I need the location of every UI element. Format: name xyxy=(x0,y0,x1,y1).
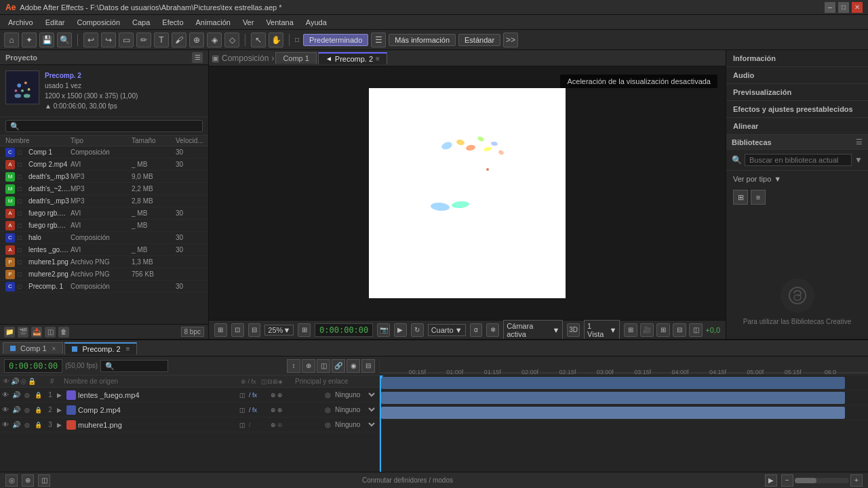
footer-zoom-in[interactable]: + xyxy=(850,474,863,487)
project-panel-menu[interactable]: ☰ xyxy=(192,52,203,63)
grid-btn[interactable]: ⊞ xyxy=(656,323,670,337)
comp-tab-precomp2[interactable]: ◄ Precomp. 2 ≡ xyxy=(318,52,387,64)
timeline-ctrl-3[interactable]: ◫ xyxy=(317,359,330,373)
render-btn[interactable]: ⊞ xyxy=(624,323,637,337)
layer-visibility-2[interactable]: 👁 xyxy=(0,418,11,432)
pen-tool[interactable]: ✏ xyxy=(136,33,151,47)
menu-capa[interactable]: Capa xyxy=(127,17,155,28)
file-item-8[interactable]: A □ lentes _go.mp4 AVI _ MB 30 xyxy=(0,244,208,256)
layer-sw1-0[interactable]: ⊕ xyxy=(271,392,276,399)
file-item-7[interactable]: C □ halo Composición 30 xyxy=(0,232,208,244)
file-item-11[interactable]: C □ Precomp. 1 Composición 30 xyxy=(0,281,208,293)
layer-row-1[interactable]: 👁 🔊 ◎ 🔒 2 ▶ Comp 2.mp4 ◫ / fx ⊕ ⊕ ◎ Ning… xyxy=(0,403,379,418)
timeline-zoom-slider[interactable] xyxy=(795,478,849,483)
list-view-button[interactable]: ≡ xyxy=(751,190,766,205)
menu-archivo[interactable]: Archivo xyxy=(3,17,39,28)
layer-audio-0[interactable]: 🔊 xyxy=(11,388,22,403)
alpha-button[interactable]: α xyxy=(470,323,483,337)
layer-audio-2[interactable]: 🔊 xyxy=(11,418,22,432)
bibliotecas-menu-icon[interactable]: ☰ xyxy=(856,138,863,146)
text-tool[interactable]: T xyxy=(154,33,169,47)
ver-por-tipo-button[interactable]: Ver por tipo ▼ xyxy=(726,172,868,186)
right-section-audio[interactable]: Audio xyxy=(726,67,868,84)
timeline-search-input[interactable] xyxy=(100,360,168,372)
views-select[interactable]: 1 Vista▼ xyxy=(584,320,620,340)
track-bar-1[interactable] xyxy=(381,392,845,404)
layer-sw1-1[interactable]: ⊕ xyxy=(271,407,276,413)
timeline-tab-precomp2-close[interactable]: ≡ xyxy=(126,345,130,352)
footer-btn-3[interactable]: ◫ xyxy=(38,474,50,487)
right-search-input[interactable] xyxy=(745,154,852,166)
maximize-button[interactable]: □ xyxy=(838,2,849,13)
snap-button[interactable]: ⊞ xyxy=(214,323,227,337)
layer-visibility-0[interactable]: 👁 xyxy=(0,388,11,403)
hand-tool[interactable]: ✋ xyxy=(269,33,283,47)
search-button[interactable]: 🔍 xyxy=(57,33,72,47)
timeline-ctrl-4[interactable]: 🔗 xyxy=(332,359,345,373)
layer-switch-1-1[interactable]: ◫ xyxy=(237,405,248,415)
timeline-ctrl-1[interactable]: ↕ xyxy=(287,359,300,373)
close-button[interactable]: ✕ xyxy=(852,2,863,13)
file-item-9[interactable]: P □ muhere1.png Archivo PNG 1,3 MB xyxy=(0,256,208,268)
loop-button[interactable]: ↻ xyxy=(411,323,424,337)
right-section-preview[interactable]: Previsualización xyxy=(726,84,868,101)
new-folder-button[interactable]: 📁 xyxy=(4,327,15,338)
menu-efecto[interactable]: Efecto xyxy=(157,17,189,28)
freeze-button[interactable]: ❄ xyxy=(486,323,499,337)
mode-select-1[interactable]: Ninguno Normal Multiplicar xyxy=(332,405,377,414)
menu-ayuda[interactable]: Ayuda xyxy=(300,17,332,28)
footer-zoom-out[interactable]: − xyxy=(781,474,793,487)
brush-tool[interactable]: 🖌 xyxy=(172,33,186,47)
file-item-3[interactable]: M □ death's_~2.mp3 MP3 2,2 MB xyxy=(0,183,208,195)
track-bar-0[interactable] xyxy=(381,377,845,389)
comp-tab-comp1[interactable]: Comp 1 xyxy=(275,52,317,64)
menu-animacion[interactable]: Animación xyxy=(191,17,236,28)
flowchart-button[interactable]: ◫ xyxy=(45,327,56,338)
fx-btn-1[interactable]: / fx xyxy=(249,407,257,413)
right-section-effects[interactable]: Efectos y ajustes preestablecidos xyxy=(726,101,868,118)
camera-icon[interactable]: 📷 xyxy=(377,323,390,337)
mode-select-0[interactable]: Ninguno Normal Multiplicar xyxy=(332,390,377,399)
layer-switch-1-2[interactable]: ◫ xyxy=(237,420,248,430)
layer-expand-1[interactable]: ▶ xyxy=(57,407,66,413)
layer-solo-2[interactable]: ◎ xyxy=(22,418,33,432)
arrow-tool[interactable]: ↖ xyxy=(251,33,266,47)
workspace-options-button[interactable]: ☰ xyxy=(371,33,386,47)
home-button[interactable]: ⌂ xyxy=(4,33,19,47)
play-button[interactable]: ▶ xyxy=(394,323,407,337)
import-button[interactable]: 📥 xyxy=(31,327,42,338)
3d-button[interactable]: 3D xyxy=(567,323,580,337)
layer-solo-1[interactable]: ◎ xyxy=(22,403,33,418)
delete-item-button[interactable]: 🗑 xyxy=(58,327,69,338)
layer-solo-0[interactable]: ◎ xyxy=(22,388,33,403)
fit-button[interactable]: ⊞ xyxy=(298,323,311,337)
file-item-5[interactable]: A □ fuego rgb.mp4 AVI _ MB 30 xyxy=(0,207,208,220)
rect-tool[interactable]: ▭ xyxy=(119,33,134,47)
right-section-align[interactable]: Alinear xyxy=(726,118,868,135)
layer-lock-1[interactable]: 🔒 xyxy=(33,403,43,418)
new-comp-button[interactable]: ✦ xyxy=(22,33,37,47)
file-item-0[interactable]: C □ Comp 1 Composición 30 xyxy=(0,146,208,159)
file-item-2[interactable]: M □ death's_.mp3 MP3 9,0 MB xyxy=(0,171,208,183)
expand-toolbar-button[interactable]: >> xyxy=(503,33,518,47)
right-section-info[interactable]: Información xyxy=(726,50,868,67)
timeline-tab-comp1-close[interactable]: × xyxy=(52,345,56,352)
menu-ver[interactable]: Ver xyxy=(237,17,260,28)
predeterminado-button[interactable]: Predeterminado xyxy=(303,34,368,46)
layer-expand-0[interactable]: ▶ xyxy=(57,392,66,399)
track-bar-2[interactable] xyxy=(381,407,845,419)
layer-row-2[interactable]: 👁 🔊 ◎ 🔒 3 ▶ muhere1.png ◫ / ⊕ ⊕ ◎ Ningun… xyxy=(0,418,379,432)
layer-lock-0[interactable]: 🔒 xyxy=(33,388,43,403)
layer-lock-2[interactable]: 🔒 xyxy=(33,418,43,432)
layer-audio-1[interactable]: 🔊 xyxy=(11,403,22,418)
comp-tab-precomp2-close[interactable]: ≡ xyxy=(376,55,380,62)
new-comp-from-footage-button[interactable]: 🎬 xyxy=(18,327,28,338)
file-item-10[interactable]: P □ muhere2.png Archivo PNG 756 KB xyxy=(0,268,208,281)
timeline-ctrl-5[interactable]: ◉ xyxy=(347,359,360,373)
timeline-playhead[interactable] xyxy=(380,375,381,472)
timeline-tab-comp1[interactable]: Comp 1 × xyxy=(3,342,63,354)
redo-button[interactable]: ↪ xyxy=(101,33,116,47)
timeline-ctrl-6[interactable]: ⊟ xyxy=(361,359,375,373)
timeline-tab-precomp2[interactable]: Precomp. 2 ≡ xyxy=(64,342,137,354)
footer-play-btn[interactable]: ▶ xyxy=(765,474,777,487)
